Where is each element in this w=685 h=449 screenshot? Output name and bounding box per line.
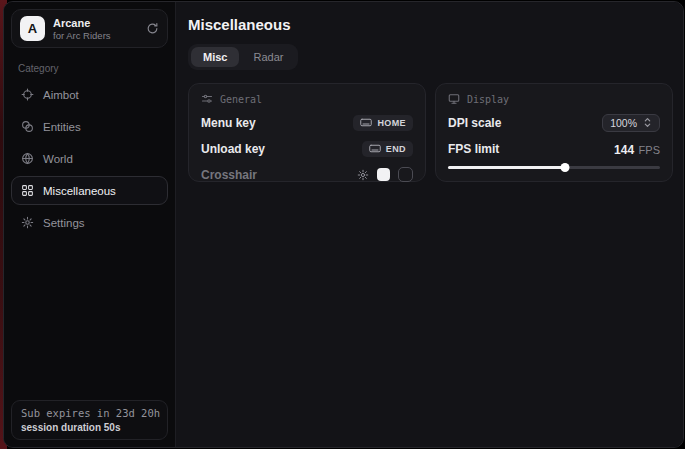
sidebar-item-world[interactable]: World [11, 144, 168, 173]
globe-icon [21, 152, 34, 165]
crosshair-controls [357, 167, 413, 182]
tab-radar[interactable]: Radar [241, 47, 295, 67]
refresh-icon[interactable] [146, 22, 159, 35]
crosshair-color-swatch[interactable] [377, 168, 390, 181]
session-duration: session duration 50s [21, 422, 158, 433]
menu-key-bind-button[interactable]: HOME [353, 115, 413, 131]
subscription-card: Sub expires in 23d 20h session duration … [11, 400, 168, 440]
crosshair-label: Crosshair [201, 168, 257, 182]
display-card-title: Display [467, 94, 509, 105]
dpi-scale-label: DPI scale [448, 116, 501, 130]
dpi-scale-value: 100% [610, 117, 637, 129]
sidebar-item-settings[interactable]: Settings [11, 208, 168, 237]
fps-limit-value-group: 144 FPS [614, 140, 660, 158]
unload-key-value: END [386, 144, 406, 154]
brand-subtitle: for Arc Riders [53, 30, 111, 41]
fps-limit-value: 144 [614, 143, 634, 157]
brand-logo: A [20, 16, 45, 41]
brand-card: A Arcane for Arc Riders [11, 9, 168, 48]
sidebar-item-label: Aimbot [43, 89, 79, 101]
dpi-scale-select[interactable]: 100% [602, 114, 660, 132]
subscription-expiry: Sub expires in 23d 20h [21, 407, 158, 419]
sidebar-item-label: Miscellaneous [43, 185, 116, 197]
general-card-header: General [201, 93, 413, 105]
app-window: A Arcane for Arc Riders Category [3, 1, 684, 448]
display-card: Display DPI scale 100% [435, 83, 673, 182]
brand-name: Arcane [53, 17, 111, 29]
gear-icon [21, 216, 34, 229]
slider-thumb[interactable] [560, 163, 569, 172]
crosshair-row: Crosshair [201, 166, 413, 183]
sidebar-item-miscellaneous[interactable]: Miscellaneous [11, 176, 168, 205]
tab-misc[interactable]: Misc [191, 47, 239, 67]
menu-key-label: Menu key [201, 116, 256, 130]
monitor-icon [448, 93, 460, 105]
entities-icon [21, 120, 34, 133]
general-card-title: General [220, 94, 262, 105]
keyboard-icon [369, 144, 381, 153]
chevron-up-down-icon [643, 117, 652, 128]
fps-limit-row: FPS limit 144 FPS [448, 140, 660, 157]
fps-limit-unit: FPS [639, 144, 660, 156]
sidebar-item-entities[interactable]: Entities [11, 112, 168, 141]
unload-key-row: Unload key END [201, 140, 413, 157]
menu-key-value: HOME [377, 118, 406, 128]
sidebar-item-label: World [43, 153, 73, 165]
crosshair-icon [21, 88, 34, 101]
display-card-header: Display [448, 93, 660, 105]
cards-row: General Menu key HOME [188, 83, 673, 182]
sidebar-item-label: Settings [43, 217, 85, 229]
general-card: General Menu key HOME [188, 83, 426, 182]
unload-key-bind-button[interactable]: END [362, 141, 413, 157]
fps-limit-slider[interactable] [448, 163, 660, 172]
sidebar: A Arcane for Arc Riders Category [4, 2, 176, 447]
sidebar-item-label: Entities [43, 121, 81, 133]
crosshair-checkbox[interactable] [398, 167, 413, 182]
unload-key-label: Unload key [201, 142, 265, 156]
fps-limit-label: FPS limit [448, 142, 499, 156]
menu-key-row: Menu key HOME [201, 114, 413, 131]
slider-fill [448, 166, 565, 169]
grid-icon [21, 184, 34, 197]
crosshair-settings-gear-icon[interactable] [357, 169, 369, 181]
sliders-icon [201, 93, 213, 105]
brand-text: Arcane for Arc Riders [53, 17, 111, 41]
dpi-scale-row: DPI scale 100% [448, 114, 660, 131]
keyboard-icon [360, 118, 372, 127]
sidebar-item-aimbot[interactable]: Aimbot [11, 80, 168, 109]
main-content: Miscellaneous Misc Radar General [176, 2, 684, 447]
tab-strip: Misc Radar [188, 44, 298, 70]
category-label: Category [18, 63, 161, 74]
page-title: Miscellaneous [188, 16, 673, 33]
